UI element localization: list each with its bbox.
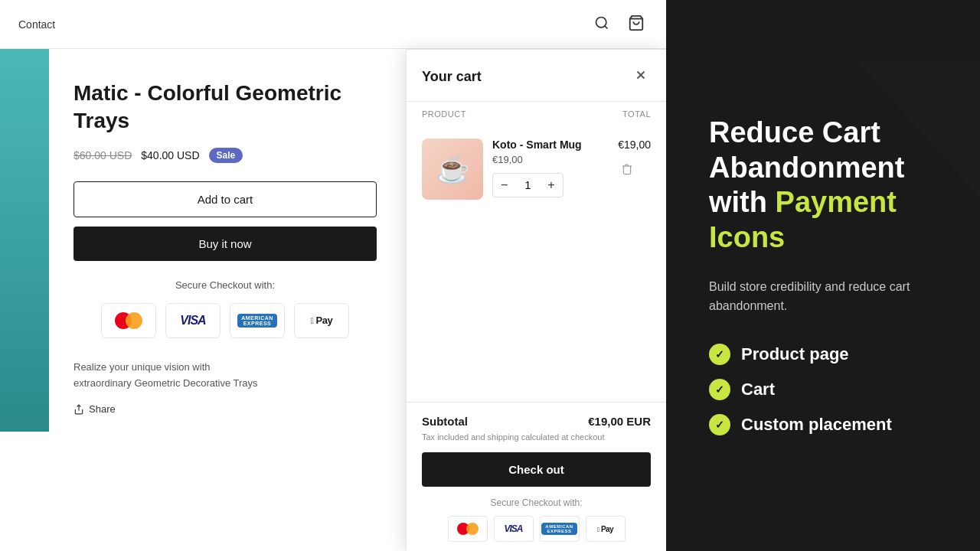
subtotal-value: €19,00 EUR: [588, 415, 651, 428]
store-panel: Contact Matic - Colorful Geometric Trays…: [0, 0, 666, 551]
close-icon: [634, 68, 648, 82]
list-item: ✓ Cart: [709, 379, 937, 400]
applepay-text:  Pay: [311, 315, 332, 326]
product-title: Matic - Colorful Geometric Trays: [74, 80, 377, 135]
cart-item-details: Koto - Smart Mug €19,00 − 1 +: [492, 139, 609, 197]
cart-payment-icons: VISA AMERICAN EXPRESS  Pay: [422, 516, 651, 542]
cart-icon: [628, 15, 645, 31]
secure-checkout-cart: Secure Checkout with:: [422, 497, 651, 508]
cart-close-button[interactable]: [631, 65, 651, 89]
price-sale: $40.00 USD: [141, 149, 199, 161]
amex-box-cart: AMERICAN EXPRESS: [541, 523, 577, 535]
check-icon-1: ✓: [709, 344, 730, 365]
col-product-label: PRODUCT: [422, 109, 466, 119]
svg-point-0: [596, 18, 606, 28]
qty-decrease-button[interactable]: −: [493, 174, 515, 197]
decorative-shape: [858, 61, 980, 214]
mc-right-circle: [126, 312, 142, 329]
cart-items-list: ☕ Koto - Smart Mug €19,00 − 1 + €19,00: [407, 123, 666, 402]
share-icon: [74, 404, 84, 415]
col-total-label: TOTAL: [622, 109, 651, 119]
table-row: ☕ Koto - Smart Mug €19,00 − 1 + €19,00: [422, 132, 651, 206]
search-icon: [594, 15, 609, 31]
cart-header: Your cart: [407, 50, 666, 102]
cart-item-price: €19,00: [492, 154, 609, 165]
product-payment-icons: VISA AMERICAN EXPRESS  Pay: [74, 303, 377, 338]
product-image: ☕: [422, 139, 483, 200]
feature-list: ✓ Product page ✓ Cart ✓ Custom placement: [709, 344, 937, 435]
subtotal-row: Subtotal €19,00 EUR: [422, 415, 651, 428]
buy-now-button[interactable]: Buy it now: [74, 227, 377, 261]
applepay-icon-cart:  Pay: [586, 516, 626, 542]
visa-icon-product: VISA: [165, 303, 220, 338]
product-section: Matic - Colorful Geometric Trays $60.00 …: [49, 49, 401, 445]
cart-button[interactable]: [625, 11, 648, 37]
share-label: Share: [89, 403, 116, 415]
amex-icon-cart: AMERICAN EXPRESS: [540, 516, 580, 542]
cart-drawer: Your cart PRODUCT TOTAL ☕ Koto - Smart M…: [406, 49, 666, 551]
cart-footer: Subtotal €19,00 EUR Tax included and shi…: [407, 402, 666, 551]
cart-cols-header: PRODUCT TOTAL: [407, 102, 666, 123]
marketing-panel: Reduce Cart Abandonment with Payment Ico…: [666, 0, 980, 551]
tax-note: Tax included and shipping calculated at …: [422, 432, 651, 442]
mastercard-icon-cart: [448, 516, 488, 542]
share-button[interactable]: Share: [74, 403, 116, 415]
applepay-icon-product:  Pay: [294, 303, 349, 338]
check-icon-3: ✓: [709, 414, 730, 435]
cart-title: Your cart: [422, 69, 482, 85]
marketing-subtext: Build store credibility and reduce cart …: [709, 277, 937, 316]
visa-icon-cart: VISA: [494, 516, 534, 542]
store-nav: Contact: [0, 0, 666, 49]
cart-item-total: €19,00: [618, 139, 651, 151]
feature-custom-placement: Custom placement: [741, 415, 892, 435]
delete-item-button[interactable]: [618, 160, 636, 181]
qty-increase-button[interactable]: +: [540, 174, 562, 197]
feature-cart: Cart: [741, 380, 775, 399]
teal-background: [0, 49, 49, 432]
add-to-cart-button[interactable]: Add to cart: [74, 181, 377, 217]
search-button[interactable]: [591, 12, 612, 36]
sale-badge: Sale: [209, 148, 243, 163]
mastercard-icon-product: [101, 303, 156, 338]
mc-right-cart: [466, 523, 479, 535]
checkout-button[interactable]: Check out: [422, 452, 651, 487]
price-row: $60.00 USD $40.00 USD Sale: [74, 148, 377, 163]
product-description: Realize your unique vision with extraord…: [74, 360, 377, 392]
cart-item-name: Koto - Smart Mug: [492, 139, 609, 151]
amex-box: AMERICAN EXPRESS: [237, 314, 277, 328]
price-original: $60.00 USD: [74, 149, 132, 161]
visa-text-cart: VISA: [504, 523, 522, 534]
quantity-control: − 1 +: [492, 173, 564, 197]
feature-product-page: Product page: [741, 344, 849, 364]
check-icon-2: ✓: [709, 379, 730, 400]
list-item: ✓ Product page: [709, 344, 937, 365]
nav-contact[interactable]: Contact: [18, 18, 55, 31]
nav-left: Contact: [18, 18, 55, 31]
secure-checkout-label: Secure Checkout with:: [74, 279, 377, 291]
visa-text: VISA: [180, 314, 205, 328]
list-item: ✓ Custom placement: [709, 414, 937, 435]
applepay-text-cart:  Pay: [597, 525, 613, 533]
trash-icon: [621, 163, 633, 175]
qty-value: 1: [515, 174, 540, 196]
nav-icons: [591, 11, 648, 37]
amex-icon-product: AMERICAN EXPRESS: [230, 303, 285, 338]
subtotal-label: Subtotal: [422, 415, 468, 428]
